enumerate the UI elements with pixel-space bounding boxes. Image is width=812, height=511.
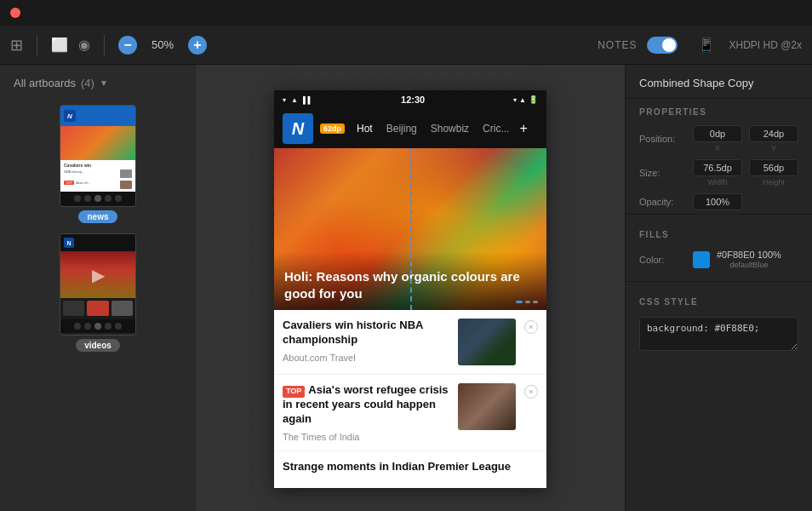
news-item-1-close[interactable]: × — [524, 320, 538, 334]
position-y-field[interactable]: 24dp — [749, 125, 798, 142]
news-item-2-title: TOPAsia's worst refugee crisis in recent… — [283, 383, 449, 427]
news-item-3-title: Strange moments in Indian Premier League — [283, 460, 538, 474]
size-height-sub: Height — [763, 178, 785, 187]
news-item-2: TOPAsia's worst refugee crisis in recent… — [274, 375, 546, 451]
zoom-value: 50% — [147, 38, 178, 51]
grid-icon[interactable]: ⊞ — [10, 36, 23, 55]
status-time: 12:30 — [401, 95, 425, 105]
hero-dot-1 — [525, 301, 530, 303]
notes-label: NOTES — [598, 39, 637, 51]
status-icons: ▾ ▲ ▌▌ — [283, 96, 312, 104]
artboard-thumbnail-videos: N ▶ — [60, 233, 136, 336]
nav-tab-hot[interactable]: Hot — [350, 119, 380, 138]
css-section: CSS STYLE — [626, 281, 812, 511]
artboards-count: (4) — [81, 77, 94, 89]
fills-section-label: FILLS — [626, 221, 812, 244]
zoom-plus-button[interactable]: + — [188, 36, 207, 55]
nav-plus-button[interactable]: + — [519, 121, 527, 136]
news-item-2-source: The Times of India — [283, 432, 449, 442]
device-icon: 📱 — [698, 37, 715, 53]
hero-overlay: Holi: Reasons why organic colours are go… — [274, 251, 546, 310]
position-y-sub: Y — [771, 144, 776, 152]
artboards-label: All artboards — [14, 77, 76, 89]
main-content: All artboards (4) ▼ N Cavaliers win NBA … — [0, 65, 812, 511]
properties-section-label: PROPERTIES — [626, 99, 812, 122]
artboard-icon[interactable]: ⬜ — [51, 37, 68, 53]
nav-tab-showbiz[interactable]: Showbiz — [424, 119, 476, 138]
close-traffic-light[interactable] — [10, 8, 20, 18]
hero-dot-active — [516, 301, 523, 303]
hero-indicators — [516, 301, 538, 303]
news-item-2-close[interactable]: × — [524, 385, 538, 399]
phone-nav: N 62dp Hot Beijing Showbiz Cric... + — [274, 109, 546, 148]
device-label: XHDPI HD @2x — [729, 39, 802, 51]
nav-tab-cricket[interactable]: Cric... — [476, 119, 516, 138]
hero-title: Holi: Reasons why organic colours are go… — [284, 268, 536, 301]
color-value: #0F88E0 100% — [717, 250, 781, 260]
hero-dot-2 — [533, 301, 538, 303]
position-row: Position: 0dp X 24dp Y — [626, 122, 812, 156]
news-item-1-thumb — [458, 319, 516, 365]
color-swatch[interactable] — [693, 251, 710, 268]
size-height-col: 56dp Height — [749, 159, 798, 187]
toggle-knob — [662, 38, 676, 52]
opacity-label: Opacity: — [639, 197, 686, 207]
dp-badge: 62dp — [320, 123, 345, 134]
color-sub: defaultBlue — [717, 261, 781, 269]
toolbar-separator-2 — [104, 35, 105, 55]
phone-status-bar: ▾ ▲ ▌▌ 12:30 ▾ ▲ 🔋 — [274, 90, 546, 109]
artboards-header: All artboards (4) ▼ — [0, 77, 196, 100]
news-item-3: Strange moments in Indian Premier League — [274, 451, 546, 488]
position-x-field[interactable]: 0dp — [693, 125, 742, 142]
position-label: Position: — [639, 134, 686, 144]
color-col: #0F88E0 100% defaultBlue — [717, 250, 781, 269]
sidebar: All artboards (4) ▼ N Cavaliers win NBA … — [0, 65, 196, 511]
canvas: ▾ ▲ ▌▌ 12:30 ▾ ▲ 🔋 N 62dp Hot Beijing — [196, 65, 625, 511]
zoom-minus-button[interactable]: − — [118, 36, 137, 55]
artboards-dropdown-icon[interactable]: ▼ — [100, 78, 108, 88]
news-item-2-content: TOPAsia's worst refugee crisis in recent… — [283, 383, 449, 442]
top-badge: TOP — [283, 386, 305, 398]
size-width-col: 76.5dp Width — [693, 159, 742, 187]
position-x-sub: X — [715, 144, 720, 152]
toolbar: ⊞ ⬜ ◉ − 50% + NOTES 📱 XHDPI HD @2x — [0, 26, 812, 65]
artboard-item-videos[interactable]: N ▶ videos — [0, 228, 196, 357]
hero-image: Holi: Reasons why organic colours are go… — [274, 148, 546, 310]
artboard-badge-news: news — [78, 210, 117, 223]
news-item-3-content: Strange moments in Indian Premier League — [283, 460, 538, 479]
position-y-col: 24dp Y — [749, 125, 798, 152]
news-list: Cavaliers win historic NBA championship … — [274, 310, 546, 488]
toolbar-separator — [37, 35, 37, 55]
fills-section: FILLS Color: #0F88E0 100% defaultBlue — [626, 214, 812, 281]
nav-tabs: Hot Beijing Showbiz Cric... — [350, 119, 516, 138]
position-x-col: 0dp X — [693, 125, 742, 152]
news-item-2-thumb — [458, 383, 516, 430]
artboard-thumbnail-news: N Cavaliers win NBA champ... TOP Asia re… — [60, 105, 136, 207]
news-item-1-content: Cavaliers win historic NBA championship … — [283, 319, 449, 363]
css-textarea[interactable] — [639, 317, 798, 351]
opacity-row: Opacity: 100% — [626, 190, 812, 214]
color-label: Color: — [639, 255, 686, 265]
size-row: Size: 76.5dp Width 56dp Height — [626, 156, 812, 190]
color-row: Color: #0F88E0 100% defaultBlue — [626, 244, 812, 274]
right-panel: Combined Shape Copy PROPERTIES Position:… — [625, 65, 812, 511]
news-item-1-source: About.com Travel — [283, 353, 449, 363]
phone-frame: ▾ ▲ ▌▌ 12:30 ▾ ▲ 🔋 N 62dp Hot Beijing — [274, 90, 546, 488]
size-width-sub: Width — [707, 178, 727, 187]
panel-title: Combined Shape Copy — [626, 65, 812, 99]
news-item-1-title: Cavaliers win historic NBA championship — [283, 319, 449, 347]
notes-toggle[interactable] — [647, 37, 678, 54]
title-bar — [0, 0, 812, 26]
opacity-field[interactable]: 100% — [693, 193, 742, 210]
fill-icon[interactable]: ◉ — [78, 37, 90, 53]
size-label: Size: — [639, 168, 686, 178]
news-logo: N — [283, 113, 313, 144]
size-width-field[interactable]: 76.5dp — [693, 159, 742, 176]
news-item-1: Cavaliers win historic NBA championship … — [274, 310, 546, 375]
artboard-badge-videos: videos — [76, 339, 120, 352]
css-section-label: CSS STYLE — [626, 289, 812, 312]
artboard-item-news[interactable]: N Cavaliers win NBA champ... TOP Asia re… — [0, 100, 196, 228]
size-height-field[interactable]: 56dp — [749, 159, 798, 176]
nav-tab-beijing[interactable]: Beijing — [380, 119, 424, 138]
